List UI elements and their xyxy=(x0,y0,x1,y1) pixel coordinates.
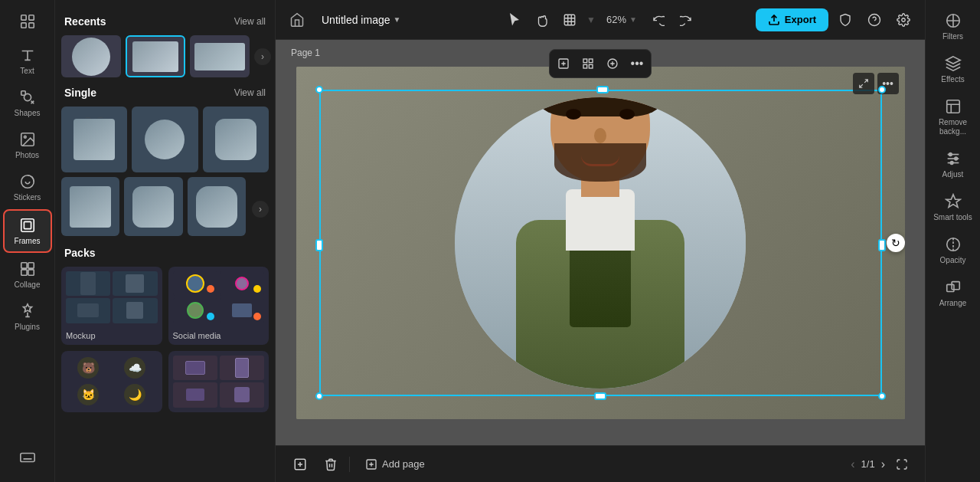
recents-row: › xyxy=(61,35,269,77)
pack-social-media[interactable]: Social media xyxy=(168,267,270,345)
recent-thumb-3[interactable] xyxy=(190,35,250,77)
right-eye xyxy=(619,109,635,120)
svg-rect-38 xyxy=(952,282,959,290)
settings-btn[interactable] xyxy=(891,8,916,32)
add-page-icon-btn[interactable] xyxy=(288,452,312,477)
social-mini-4 xyxy=(220,298,264,323)
svg-rect-13 xyxy=(21,270,26,275)
sidebar-item-text[interactable]: Text xyxy=(3,41,52,81)
right-tool-adjust[interactable]: Adjust xyxy=(930,144,976,185)
svg-rect-1 xyxy=(28,15,33,20)
toolbar-center: ▼ 62% ▼ xyxy=(502,8,698,32)
export-btn[interactable]: Export xyxy=(756,8,828,31)
svg-point-7 xyxy=(24,136,26,138)
top-toolbar: Untitled image ▼ ▼ xyxy=(276,0,925,40)
single-next-btn[interactable]: › xyxy=(252,201,269,218)
sidebar-item-frames[interactable]: Frames xyxy=(3,209,52,253)
next-page-btn[interactable]: › xyxy=(881,457,885,471)
canvas-expand-btn[interactable] xyxy=(853,73,874,94)
single-frames-grid-top: ⌒⌒ xyxy=(61,107,269,172)
svg-point-35 xyxy=(950,162,953,165)
effects-label: Effects xyxy=(941,75,964,84)
zoom-control[interactable]: 62% ▼ xyxy=(600,11,643,28)
thumb-rect-frame-1 xyxy=(132,41,178,72)
add-page-btn[interactable]: Add page xyxy=(356,454,434,475)
pack-extra-2-thumbs xyxy=(168,351,270,412)
recent-thumb-2[interactable] xyxy=(126,35,185,77)
svg-rect-10 xyxy=(24,221,31,228)
sidebar-item-plugins[interactable]: Plugins xyxy=(3,297,52,337)
recents-next-btn[interactable]: › xyxy=(254,48,271,65)
undo-btn[interactable] xyxy=(646,8,671,32)
person-silhouette xyxy=(485,97,715,389)
delete-btn[interactable] xyxy=(318,452,343,477)
right-tool-effects[interactable]: Effects xyxy=(930,49,976,90)
pack-extra-1-thumbs: 🐻 ☁️ 🐱 🌙 xyxy=(61,351,162,412)
canvas-content[interactable]: ↻ ••• xyxy=(296,67,905,419)
pack-extra-2[interactable] xyxy=(168,351,270,412)
single-frame-2[interactable] xyxy=(132,107,198,172)
ft-select-btn[interactable] xyxy=(552,52,575,75)
arrange-label: Arrange xyxy=(939,299,967,308)
fullscreen-btn[interactable] xyxy=(891,454,913,475)
bottom-toolbar: Add page ‹ 1/1 › xyxy=(276,445,925,482)
smile xyxy=(581,156,619,166)
svg-point-34 xyxy=(954,157,957,160)
right-tool-opacity[interactable]: Opacity xyxy=(930,230,976,271)
sidebar-item-stickers[interactable]: Stickers xyxy=(3,167,52,208)
hand-tool-btn[interactable] xyxy=(530,8,554,32)
thumb-wide-frame-1 xyxy=(194,43,245,70)
social-mini-1 xyxy=(173,271,217,297)
sidebar-item-more[interactable] xyxy=(3,443,52,475)
svg-rect-3 xyxy=(28,23,33,28)
single-frames-grid-bottom xyxy=(61,177,246,235)
select-tool-btn[interactable] xyxy=(502,8,527,32)
redo-btn[interactable] xyxy=(674,8,698,32)
ft-more-btn[interactable]: ••• xyxy=(626,52,648,75)
svg-rect-24 xyxy=(583,64,587,68)
pack-mockup[interactable]: Mockup xyxy=(61,267,162,345)
right-tool-remove-bg[interactable]: Remove backg... xyxy=(930,92,976,143)
sidebar-item-shapes[interactable]: Shapes xyxy=(3,83,52,123)
nose xyxy=(594,128,606,143)
svg-rect-16 xyxy=(564,15,575,25)
pack-extra-2-mini-3 xyxy=(173,382,217,408)
single-frame-1[interactable]: ⌒⌒ xyxy=(61,107,127,172)
recent-thumb-1[interactable] xyxy=(61,35,121,77)
recents-view-all[interactable]: View all xyxy=(234,16,266,27)
right-tool-filters[interactable]: Filters xyxy=(930,6,976,48)
single-frame-5[interactable] xyxy=(124,177,182,235)
help-btn[interactable] xyxy=(862,8,887,32)
single-frame-3[interactable] xyxy=(203,107,269,172)
document-title-area[interactable]: Untitled image ▼ xyxy=(315,11,407,29)
sidebar-item-collage[interactable]: Collage xyxy=(3,254,52,295)
right-tool-arrange[interactable]: Arrange xyxy=(930,273,976,314)
canvas-more-btn[interactable]: ••• xyxy=(877,73,899,94)
packs-section-header: Packs xyxy=(61,247,269,259)
shield-icon-btn[interactable] xyxy=(833,8,858,32)
prev-page-btn[interactable]: ‹ xyxy=(851,457,854,471)
single-view-all[interactable]: View all xyxy=(234,87,266,98)
sidebar-item-apps[interactable] xyxy=(3,7,52,39)
sidebar-plugins-label: Plugins xyxy=(15,323,40,331)
canvas-container[interactable]: Page 1 xyxy=(276,40,925,445)
home-btn[interactable] xyxy=(285,8,309,32)
single-frame-4[interactable] xyxy=(61,177,119,235)
export-label: Export xyxy=(785,14,816,25)
social-pack-thumbs xyxy=(168,267,270,328)
sidebar-item-photos[interactable]: Photos xyxy=(3,125,52,166)
ft-grid-btn[interactable] xyxy=(577,52,599,75)
right-tool-smart-tools[interactable]: Smart tools xyxy=(930,187,976,228)
single-frame-6[interactable] xyxy=(188,177,246,235)
shirt xyxy=(566,189,635,251)
svg-point-33 xyxy=(949,153,952,156)
pack-extra-1[interactable]: 🐻 ☁️ 🐱 🌙 xyxy=(61,351,162,412)
svg-rect-29 xyxy=(946,100,959,113)
frame-resize-btn[interactable] xyxy=(557,8,582,32)
svg-rect-2 xyxy=(21,23,25,28)
single-section-header: Single View all xyxy=(61,87,269,99)
ft-crop-btn[interactable] xyxy=(601,52,624,75)
portrait-circle-frame[interactable] xyxy=(455,97,746,389)
adjust-label: Adjust xyxy=(942,170,964,179)
pack-extra-2-mini-2 xyxy=(220,356,264,381)
